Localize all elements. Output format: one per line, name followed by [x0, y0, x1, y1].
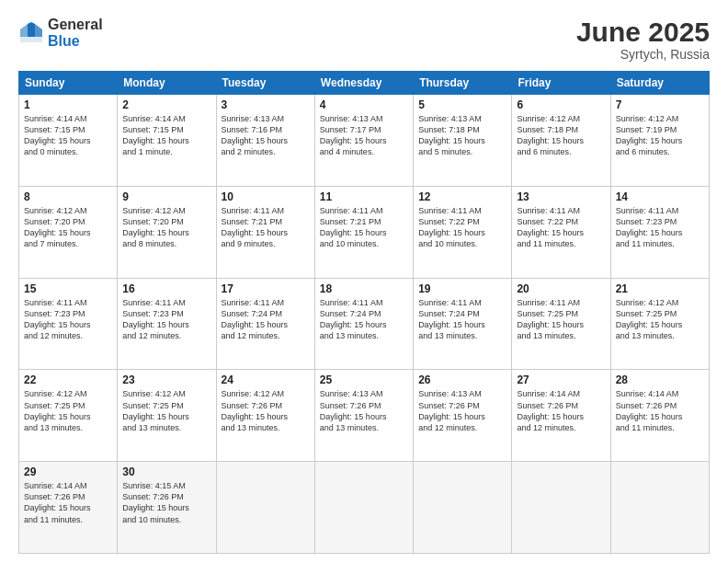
day-number: 5	[418, 98, 506, 111]
calendar-body: 1Sunrise: 4:14 AM Sunset: 7:15 PM Daylig…	[19, 95, 710, 554]
day-info: Sunrise: 4:11 AM Sunset: 7:23 PM Dayligh…	[616, 205, 704, 250]
calendar-cell: 12Sunrise: 4:11 AM Sunset: 7:22 PM Dayli…	[414, 186, 512, 278]
day-info: Sunrise: 4:12 AM Sunset: 7:18 PM Dayligh…	[517, 113, 605, 158]
day-info: Sunrise: 4:13 AM Sunset: 7:16 PM Dayligh…	[222, 113, 310, 158]
day-number: 13	[517, 190, 605, 203]
calendar-cell: 21Sunrise: 4:12 AM Sunset: 7:25 PM Dayli…	[610, 278, 709, 370]
calendar-cell: 5Sunrise: 4:13 AM Sunset: 7:18 PM Daylig…	[414, 95, 512, 187]
day-number: 18	[320, 282, 408, 295]
calendar-week-row-2: 15Sunrise: 4:11 AM Sunset: 7:23 PM Dayli…	[19, 278, 710, 370]
calendar-cell: 10Sunrise: 4:11 AM Sunset: 7:21 PM Dayli…	[216, 186, 314, 278]
day-info: Sunrise: 4:12 AM Sunset: 7:19 PM Dayligh…	[616, 113, 704, 158]
col-wednesday: Wednesday	[314, 72, 413, 95]
day-number: 25	[320, 373, 408, 386]
calendar-cell: 19Sunrise: 4:11 AM Sunset: 7:24 PM Dayli…	[414, 278, 512, 370]
day-number: 11	[320, 190, 408, 203]
day-number: 17	[222, 282, 310, 295]
day-info: Sunrise: 4:15 AM Sunset: 7:26 PM Dayligh…	[122, 480, 210, 525]
day-number: 23	[122, 373, 210, 386]
col-saturday: Saturday	[610, 72, 709, 95]
page: General Blue June 2025 Syrtych, Russia S…	[0, 0, 728, 563]
svg-marker-1	[35, 24, 42, 37]
day-info: Sunrise: 4:11 AM Sunset: 7:25 PM Dayligh…	[517, 297, 605, 342]
day-number: 30	[122, 465, 210, 478]
day-info: Sunrise: 4:11 AM Sunset: 7:23 PM Dayligh…	[122, 297, 210, 342]
logo-blue-text: Blue	[48, 33, 103, 50]
col-monday: Monday	[118, 72, 216, 95]
calendar-cell: 8Sunrise: 4:12 AM Sunset: 7:20 PM Daylig…	[19, 186, 118, 278]
logo-icon	[18, 20, 44, 46]
calendar-cell: 9Sunrise: 4:12 AM Sunset: 7:20 PM Daylig…	[118, 186, 216, 278]
calendar-cell: 14Sunrise: 4:11 AM Sunset: 7:23 PM Dayli…	[610, 186, 709, 278]
day-number: 15	[24, 282, 112, 295]
calendar-week-row-3: 22Sunrise: 4:12 AM Sunset: 7:25 PM Dayli…	[19, 370, 710, 462]
calendar-cell: 29Sunrise: 4:14 AM Sunset: 7:26 PM Dayli…	[19, 462, 118, 554]
day-number: 6	[517, 98, 605, 111]
calendar-cell: 22Sunrise: 4:12 AM Sunset: 7:25 PM Dayli…	[19, 370, 118, 462]
calendar-cell: 30Sunrise: 4:15 AM Sunset: 7:26 PM Dayli…	[118, 462, 216, 554]
header: General Blue June 2025 Syrtych, Russia	[18, 17, 710, 62]
day-number: 7	[616, 98, 704, 111]
month-title: June 2025	[576, 17, 710, 47]
day-number: 9	[122, 190, 210, 203]
calendar-cell: 2Sunrise: 4:14 AM Sunset: 7:15 PM Daylig…	[118, 95, 216, 187]
calendar-cell: 23Sunrise: 4:12 AM Sunset: 7:25 PM Dayli…	[118, 370, 216, 462]
day-number: 20	[517, 282, 605, 295]
day-info: Sunrise: 4:12 AM Sunset: 7:25 PM Dayligh…	[616, 297, 704, 342]
calendar-table: Sunday Monday Tuesday Wednesday Thursday…	[18, 71, 710, 554]
calendar-cell: 11Sunrise: 4:11 AM Sunset: 7:21 PM Dayli…	[314, 186, 413, 278]
calendar-cell: 16Sunrise: 4:11 AM Sunset: 7:23 PM Dayli…	[118, 278, 216, 370]
day-info: Sunrise: 4:11 AM Sunset: 7:22 PM Dayligh…	[418, 205, 506, 250]
day-info: Sunrise: 4:14 AM Sunset: 7:15 PM Dayligh…	[122, 113, 210, 158]
calendar-cell: 17Sunrise: 4:11 AM Sunset: 7:24 PM Dayli…	[216, 278, 314, 370]
logo: General Blue	[18, 17, 103, 49]
day-info: Sunrise: 4:13 AM Sunset: 7:17 PM Dayligh…	[320, 113, 408, 158]
day-info: Sunrise: 4:11 AM Sunset: 7:21 PM Dayligh…	[320, 205, 408, 250]
calendar-cell	[610, 462, 709, 554]
calendar-cell: 28Sunrise: 4:14 AM Sunset: 7:26 PM Dayli…	[610, 370, 709, 462]
day-number: 12	[418, 190, 506, 203]
calendar-cell	[512, 462, 610, 554]
day-info: Sunrise: 4:14 AM Sunset: 7:26 PM Dayligh…	[24, 480, 112, 525]
calendar-cell: 25Sunrise: 4:13 AM Sunset: 7:26 PM Dayli…	[314, 370, 413, 462]
calendar-cell: 27Sunrise: 4:14 AM Sunset: 7:26 PM Dayli…	[512, 370, 610, 462]
calendar-cell: 20Sunrise: 4:11 AM Sunset: 7:25 PM Dayli…	[512, 278, 610, 370]
col-tuesday: Tuesday	[216, 72, 314, 95]
day-number: 26	[418, 373, 506, 386]
calendar-cell: 1Sunrise: 4:14 AM Sunset: 7:15 PM Daylig…	[19, 95, 118, 187]
day-number: 8	[24, 190, 112, 203]
day-info: Sunrise: 4:11 AM Sunset: 7:24 PM Dayligh…	[418, 297, 506, 342]
calendar-cell: 7Sunrise: 4:12 AM Sunset: 7:19 PM Daylig…	[610, 95, 709, 187]
day-info: Sunrise: 4:14 AM Sunset: 7:26 PM Dayligh…	[616, 388, 704, 433]
day-info: Sunrise: 4:14 AM Sunset: 7:15 PM Dayligh…	[24, 113, 112, 158]
col-friday: Friday	[512, 72, 610, 95]
day-number: 28	[616, 373, 704, 386]
calendar-cell: 26Sunrise: 4:13 AM Sunset: 7:26 PM Dayli…	[414, 370, 512, 462]
location-title: Syrtych, Russia	[576, 47, 710, 62]
day-number: 16	[122, 282, 210, 295]
day-number: 29	[24, 465, 112, 478]
day-number: 4	[320, 98, 408, 111]
day-number: 24	[222, 373, 310, 386]
day-number: 27	[517, 373, 605, 386]
calendar-cell	[414, 462, 512, 554]
day-number: 3	[222, 98, 310, 111]
calendar-cell: 15Sunrise: 4:11 AM Sunset: 7:23 PM Dayli…	[19, 278, 118, 370]
calendar-cell: 6Sunrise: 4:12 AM Sunset: 7:18 PM Daylig…	[512, 95, 610, 187]
calendar-cell: 13Sunrise: 4:11 AM Sunset: 7:22 PM Dayli…	[512, 186, 610, 278]
svg-marker-3	[20, 24, 28, 37]
calendar-week-row-1: 8Sunrise: 4:12 AM Sunset: 7:20 PM Daylig…	[19, 186, 710, 278]
calendar-header-row: Sunday Monday Tuesday Wednesday Thursday…	[19, 72, 710, 95]
day-info: Sunrise: 4:14 AM Sunset: 7:26 PM Dayligh…	[517, 388, 605, 433]
day-info: Sunrise: 4:11 AM Sunset: 7:24 PM Dayligh…	[222, 297, 310, 342]
day-number: 19	[418, 282, 506, 295]
svg-marker-2	[28, 22, 35, 37]
day-number: 1	[24, 98, 112, 111]
day-info: Sunrise: 4:12 AM Sunset: 7:20 PM Dayligh…	[122, 205, 210, 250]
day-number: 21	[616, 282, 704, 295]
day-info: Sunrise: 4:11 AM Sunset: 7:21 PM Dayligh…	[222, 205, 310, 250]
calendar-cell: 3Sunrise: 4:13 AM Sunset: 7:16 PM Daylig…	[216, 95, 314, 187]
day-number: 14	[616, 190, 704, 203]
title-block: June 2025 Syrtych, Russia	[576, 17, 710, 62]
day-info: Sunrise: 4:12 AM Sunset: 7:25 PM Dayligh…	[122, 388, 210, 433]
